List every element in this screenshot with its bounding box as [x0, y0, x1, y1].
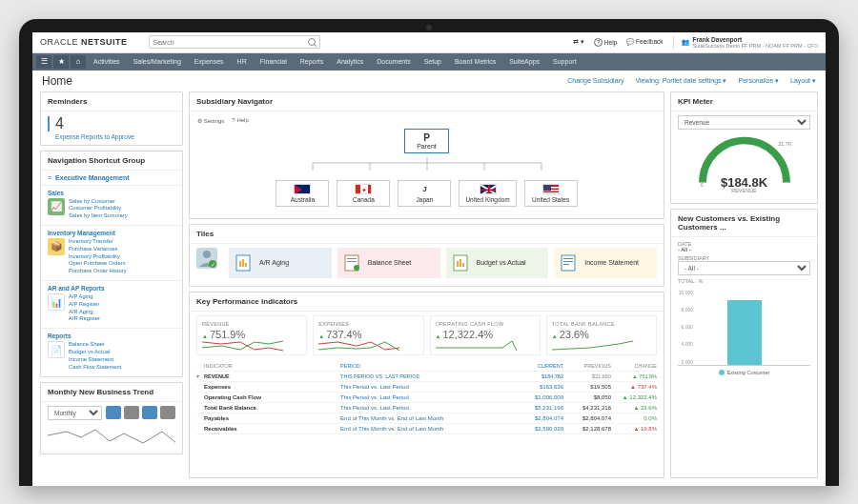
nav-home-icon[interactable]: ⌂ [71, 55, 86, 69]
svg-rect-32 [347, 261, 357, 262]
kpi-expenses: EXPENSES737.4% [313, 315, 423, 355]
kpi-cashflow: OPERATING CASH FLOW12,322.4% [430, 315, 541, 355]
nav-board[interactable]: Board Metrics [449, 53, 501, 71]
top-bar: ORACLE NETSUITE ⇄ ▾ ? Help 💬 Feedback 👥 … [32, 32, 826, 53]
child-australia[interactable]: Australia [276, 180, 329, 207]
link-open-po[interactable]: Open Purchase Orders [69, 260, 127, 268]
spark-bank [552, 340, 664, 352]
search-input[interactable] [153, 39, 308, 46]
reminder-link[interactable]: Expense Reports to Approve [48, 133, 175, 140]
child-uk[interactable]: United Kingdom [459, 180, 516, 207]
tiles-title: Tiles [190, 225, 664, 244]
link-purch-var[interactable]: Purchase Variances [69, 246, 127, 253]
tiles-portlet: Tiles ✓ A/R Aging Balance Sheet Budget v… [189, 224, 664, 287]
flag-us [542, 184, 560, 194]
date-value: - All - [678, 247, 810, 252]
page-header: Home Change Subsidiary Viewing: Portlet … [32, 71, 826, 91]
search-icon[interactable] [308, 38, 316, 46]
shortcut-portlet: Navigation Shortcut Group ≡Executive Man… [40, 151, 183, 377]
nav-analytics[interactable]: Analytics [331, 53, 369, 71]
child-japan[interactable]: JJapan [398, 180, 451, 207]
reports-icon: 📄 [48, 341, 65, 358]
reminder-count: 4 [48, 116, 175, 131]
tile-person-icon: ✓ [196, 248, 217, 269]
viewing-link[interactable]: Viewing: Portlet date settings ▾ [635, 77, 726, 85]
chart-type-1[interactable] [106, 406, 121, 419]
link-ar-aging[interactable]: A/R Aging [69, 309, 100, 316]
change-subsidiary-link[interactable]: Change Subsidiary [567, 77, 623, 85]
nav-suiteapps[interactable]: SuiteApps [503, 53, 545, 71]
nav-expenses[interactable]: Expenses [189, 53, 230, 71]
personalize-link[interactable]: Personalize ▾ [739, 77, 780, 85]
link-inv-transfer[interactable]: Inventory Transfer [69, 238, 127, 246]
nav-help-link[interactable]: ? Help [232, 117, 248, 124]
link-cashflow[interactable]: Cash Flow Statement [69, 364, 121, 372]
nav-support[interactable]: Support [547, 53, 582, 71]
nav-menu-icon[interactable]: ☰ [36, 55, 51, 69]
tile-budget[interactable]: Budget vs Actual [446, 248, 549, 278]
chart-type-3[interactable] [142, 406, 157, 419]
brand-logo: ORACLE NETSUITE [40, 37, 128, 47]
link-balance-sheet[interactable]: Balance Sheet [69, 341, 121, 349]
child-canada[interactable]: ✦Canada [337, 180, 390, 207]
table-row[interactable]: PayablesEnd of This Month vs. End of Las… [196, 413, 657, 424]
navigator-title: Subsidiary Navigator [190, 92, 664, 111]
nav-hr[interactable]: HR [232, 53, 253, 71]
layout-link[interactable]: Layout ▾ [790, 77, 816, 85]
nav-reports[interactable]: Reports [295, 53, 330, 71]
svg-rect-38 [562, 255, 575, 271]
link-sales-cust[interactable]: Sales by Customer [69, 198, 128, 206]
link-po-history[interactable]: Purchase Order History [69, 268, 127, 275]
parent-node[interactable]: P Parent [404, 129, 449, 153]
svg-rect-41 [563, 264, 569, 265]
link-budget-actual[interactable]: Budget vs Actual [69, 349, 121, 356]
nav-sales[interactable]: Sales/Marketing [128, 53, 187, 71]
table-row[interactable]: ▾RevenueThis Period vs. Last Period$184,… [196, 372, 657, 382]
nav-documents[interactable]: Documents [371, 53, 416, 71]
svg-rect-28 [242, 259, 244, 267]
svg-rect-40 [563, 261, 573, 262]
chart-type-2[interactable] [124, 406, 139, 419]
link-sales-item[interactable]: Sales by Item Summary [69, 212, 128, 220]
tile-balance[interactable]: Balance Sheet [337, 248, 440, 278]
child-us[interactable]: United States [524, 180, 578, 207]
global-search[interactable] [149, 35, 320, 49]
subsidiary-select[interactable]: - All - [678, 261, 810, 275]
help-link[interactable]: ? Help [594, 38, 617, 47]
link-inv-profit[interactable]: Inventory Profitability [69, 253, 127, 261]
user-block[interactable]: 👥 Frank Davenport SuiteSuccess Demo FF P… [673, 36, 818, 49]
meter-select[interactable]: Revenue [678, 115, 810, 130]
feedback-link[interactable]: 💬 Feedback [626, 38, 663, 46]
tile-income[interactable]: Income Statement [554, 248, 657, 278]
link-income-stmt[interactable]: Income Statement [69, 356, 121, 364]
flag-ca: ✦ [355, 184, 372, 194]
svg-point-33 [354, 265, 359, 271]
kpi-meter-title: KPI Meter [671, 92, 817, 111]
link-ap-reg[interactable]: A/P Register [69, 301, 100, 309]
nav-settings-link[interactable]: ⚙ Settings [197, 117, 224, 124]
link-ap-aging[interactable]: A/P Aging [69, 293, 100, 301]
tree-connector [284, 157, 570, 171]
main-nav: ☰ ★ ⌂ Activities Sales/Marketing Expense… [32, 53, 826, 71]
table-row[interactable]: ExpensesThis Period vs. Last Period$163,… [196, 382, 657, 393]
shortcut-title: Navigation Shortcut Group [41, 151, 182, 171]
tile-ar-aging[interactable]: A/R Aging [229, 248, 332, 278]
exec-mgmt[interactable]: ≡Executive Management [41, 171, 182, 186]
chart-type-4[interactable] [160, 406, 175, 419]
trend-period-select[interactable]: Monthly [48, 406, 102, 420]
nav-star-icon[interactable]: ★ [53, 55, 69, 69]
table-row[interactable]: ReceivablesEnd of This Month vs. End of … [196, 424, 657, 434]
tile-icon-ar [235, 253, 254, 272]
nav-activities[interactable]: Activities [88, 53, 126, 71]
table-row[interactable]: Operating Cash FlowThis Period vs. Last … [196, 393, 657, 403]
link-cust-profit[interactable]: Customer Profitability [69, 205, 128, 212]
sales-icon: 📈 [48, 198, 65, 215]
nav-financial[interactable]: Financial [255, 53, 293, 71]
svg-text:✓: ✓ [211, 262, 215, 268]
svg-point-23 [203, 251, 211, 258]
nav-setup[interactable]: Setup [419, 53, 447, 71]
table-row[interactable]: Total Bank BalanceThis Period vs. Last P… [196, 403, 657, 413]
link-ar-reg[interactable]: A/R Register [69, 315, 100, 323]
role-switch-icon[interactable]: ⇄ ▾ [573, 38, 584, 46]
total-label: TOTAL : % [678, 278, 810, 284]
